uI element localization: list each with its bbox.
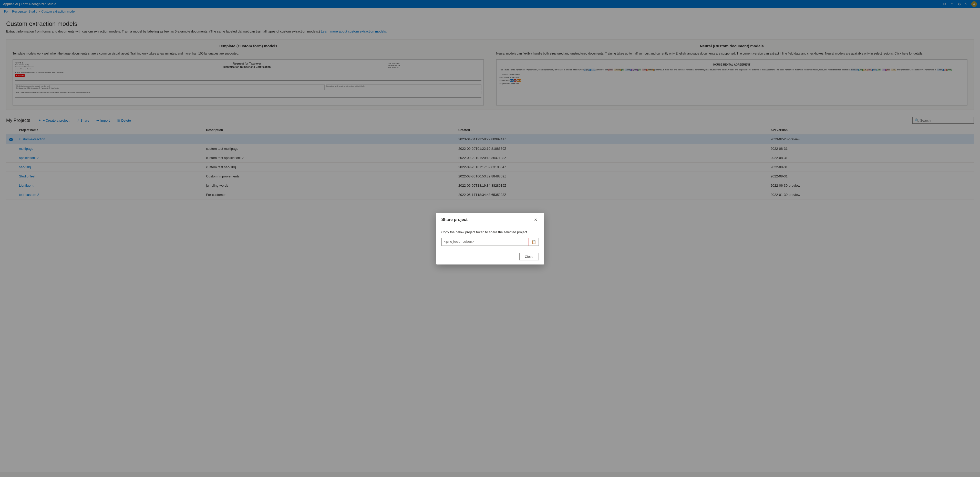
share-project-modal-overlay: Share project ✕ Copy the below project t…	[0, 0, 980, 472]
modal-header: Share project ✕	[436, 213, 544, 226]
modal-description: Copy the below project token to share th…	[441, 230, 539, 234]
modal-footer: Close	[436, 250, 544, 265]
modal-close-button[interactable]: ✕	[532, 217, 539, 223]
share-project-modal: Share project ✕ Copy the below project t…	[436, 213, 544, 265]
copy-token-button[interactable]: 📋	[528, 238, 539, 246]
modal-body: Copy the below project token to share th…	[436, 226, 544, 250]
modal-title: Share project	[441, 217, 468, 222]
copy-icon: 📋	[531, 240, 536, 244]
close-modal-button[interactable]: Close	[519, 253, 539, 260]
token-input[interactable]	[442, 238, 528, 245]
token-row: 📋	[441, 238, 539, 246]
